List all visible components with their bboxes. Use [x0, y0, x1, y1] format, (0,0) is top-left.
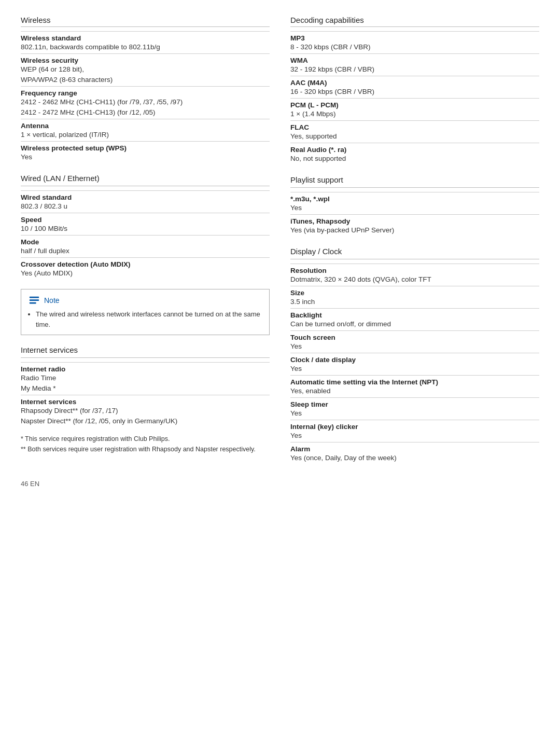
spec-value: 1 × vertical, polarized (IT/IR) — [21, 131, 270, 141]
spec-row: Antenna1 × vertical, polarized (IT/IR) — [21, 119, 270, 141]
wired-section-title: Wired (LAN / Ethernet) — [21, 174, 270, 183]
spec-value: My Media * — [21, 384, 270, 395]
spec-label: Internal (key) clicker — [290, 423, 539, 432]
spec-value: Yes, supported — [290, 132, 539, 143]
spec-value: 16 - 320 kbps (CBR / VBR) — [290, 88, 539, 98]
footnotes: * This service requires registration wit… — [21, 434, 270, 454]
playlist-specs: *.m3u, *.wplYesiTunes, RhapsodyYes (via … — [290, 192, 539, 237]
spec-value: Rhapsody Direct** (for /37, /17) — [21, 407, 270, 417]
spec-value: Yes — [21, 153, 270, 163]
spec-value: Yes — [290, 204, 539, 214]
spec-row: FLACYes, supported — [290, 120, 539, 143]
spec-label: *.m3u, *.wpl — [290, 195, 539, 204]
spec-label: AAC (M4A) — [290, 79, 539, 88]
spec-row: Wireless standard802.11n, backwards comp… — [21, 31, 270, 53]
spec-row: Touch screenYes — [290, 330, 539, 353]
spec-value: 3.5 inch — [290, 298, 539, 308]
spec-label: Internet radio — [21, 365, 270, 374]
playlist-section-title: Playlist support — [290, 175, 539, 184]
spec-value: Yes — [290, 342, 539, 353]
note-item: The wired and wireless network interface… — [36, 309, 262, 329]
wired-specs: Wired standard802.3 / 802.3 uSpeed10 / 1… — [21, 190, 270, 280]
footnote-item: * This service requires registration wit… — [21, 434, 270, 444]
spec-value: 32 - 192 kbps (CBR / VBR) — [290, 65, 539, 76]
spec-value: Dotmatrix, 320 × 240 dots (QVGA), color … — [290, 275, 539, 286]
spec-value: 8 - 320 kbps (CBR / VBR) — [290, 43, 539, 53]
spec-row: WMA32 - 192 kbps (CBR / VBR) — [290, 53, 539, 76]
spec-value: WEP (64 or 128 bit), — [21, 65, 270, 76]
spec-row: Internal (key) clickerYes — [290, 420, 539, 442]
spec-label: Resolution — [290, 267, 539, 275]
spec-value: Yes (Auto MDIX) — [21, 269, 270, 280]
spec-label: Frequency range — [21, 89, 270, 98]
spec-value: No, not supported — [290, 155, 539, 165]
note-content: The wired and wireless network interface… — [29, 309, 262, 329]
page-number: 46 EN — [21, 480, 539, 488]
note-box: Note The wired and wireless network inte… — [21, 289, 270, 335]
display-section-title: Display / Clock — [290, 247, 539, 256]
spec-value: Yes — [290, 432, 539, 442]
spec-value: 10 / 100 MBit/s — [21, 225, 270, 235]
spec-row: Speed10 / 100 MBit/s — [21, 213, 270, 235]
spec-value: half / full duplex — [21, 247, 270, 257]
spec-row: PCM (L - PCM)1 × (1.4 Mbps) — [290, 98, 539, 120]
spec-label: Internet services — [21, 398, 270, 407]
spec-value: 2412 - 2472 MHz (CH1-CH13) (for /12, /05… — [21, 108, 270, 119]
spec-label: Wireless protected setup (WPS) — [21, 144, 270, 153]
spec-value: Radio Time — [21, 374, 270, 384]
spec-row: Real Audio (*. ra)No, not supported — [290, 143, 539, 165]
spec-value: Can be turned on/off, or dimmed — [290, 320, 539, 330]
decoding-section-title: Decoding capabilities — [290, 16, 539, 24]
spec-row: *.m3u, *.wplYes — [290, 192, 539, 214]
left-column: Wireless Wireless standard802.11n, backw… — [21, 16, 270, 464]
spec-label: Clock / date display — [290, 356, 539, 365]
spec-row: Wired standard802.3 / 802.3 u — [21, 190, 270, 213]
spec-value: WPA/WPA2 (8-63 characters) — [21, 76, 270, 86]
spec-value: Yes, enabled — [290, 387, 539, 397]
spec-row: Automatic time setting via the Internet … — [290, 375, 539, 397]
svg-rect-0 — [30, 297, 39, 298]
spec-label: Wired standard — [21, 193, 270, 202]
note-icon — [29, 295, 40, 306]
internet-specs: Internet radioRadio TimeMy Media *Intern… — [21, 362, 270, 427]
spec-row: Sleep timerYes — [290, 397, 539, 420]
spec-value: Yes — [290, 365, 539, 375]
spec-value: Yes (once, Daily, Day of the week) — [290, 454, 539, 464]
svg-rect-2 — [30, 302, 36, 304]
spec-row: Wireless protected setup (WPS)Yes — [21, 141, 270, 163]
spec-label: WMA — [290, 57, 539, 65]
spec-value: 802.11n, backwards compatible to 802.11b… — [21, 43, 270, 53]
spec-row: Frequency range2412 - 2462 MHz (CH1-CH11… — [21, 86, 270, 119]
spec-value: Yes (via by-packed UPnP Server) — [290, 226, 539, 237]
spec-value: Napster Direct** (for /12, /05, only in … — [21, 417, 270, 427]
wireless-section-title: Wireless — [21, 16, 270, 24]
svg-rect-1 — [30, 299, 39, 301]
spec-label: FLAC — [290, 123, 539, 132]
spec-value: 802.3 / 802.3 u — [21, 202, 270, 213]
spec-row: BacklightCan be turned on/off, or dimmed — [290, 308, 539, 330]
right-column: Decoding capabilities MP38 - 320 kbps (C… — [290, 16, 539, 464]
spec-label: Alarm — [290, 445, 539, 454]
spec-label: Wireless standard — [21, 34, 270, 43]
spec-label: Size — [290, 289, 539, 298]
spec-row: AAC (M4A)16 - 320 kbps (CBR / VBR) — [290, 76, 539, 98]
spec-label: Real Audio (*. ra) — [290, 146, 539, 155]
spec-label: Backlight — [290, 311, 539, 320]
spec-row: iTunes, RhapsodyYes (via by-packed UPnP … — [290, 214, 539, 237]
spec-label: Wireless security — [21, 57, 270, 65]
spec-value: 2412 - 2462 MHz (CH1-CH11) (for /79, /37… — [21, 98, 270, 108]
spec-label: Crossover detection (Auto MDIX) — [21, 260, 270, 269]
spec-label: MP3 — [290, 34, 539, 43]
note-header: Note — [29, 295, 262, 306]
decoding-specs: MP38 - 320 kbps (CBR / VBR)WMA32 - 192 k… — [290, 31, 539, 165]
spec-value: 1 × (1.4 Mbps) — [290, 110, 539, 120]
spec-label: Touch screen — [290, 334, 539, 342]
spec-label: PCM (L - PCM) — [290, 101, 539, 110]
spec-label: Mode — [21, 238, 270, 247]
spec-row: Crossover detection (Auto MDIX)Yes (Auto… — [21, 257, 270, 280]
spec-label: Speed — [21, 216, 270, 225]
spec-label: Antenna — [21, 122, 270, 131]
spec-row: ResolutionDotmatrix, 320 × 240 dots (QVG… — [290, 264, 539, 286]
spec-label: Sleep timer — [290, 400, 539, 409]
spec-row: Size3.5 inch — [290, 286, 539, 308]
